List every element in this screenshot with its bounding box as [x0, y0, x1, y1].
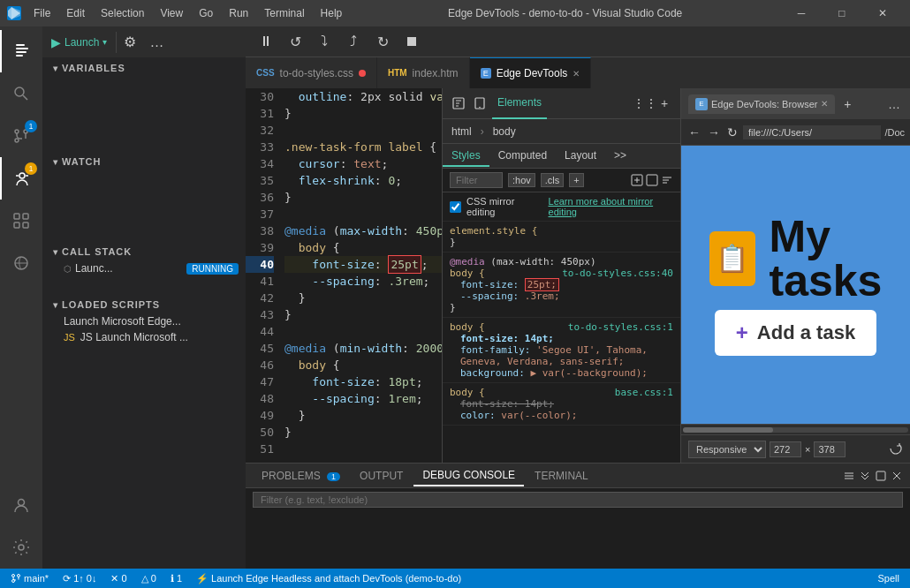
- devtools-device-btn[interactable]: [471, 94, 489, 112]
- styles-tab[interactable]: Styles: [443, 146, 489, 167]
- html-breadcrumb[interactable]: html: [443, 122, 481, 141]
- tab-close-icon[interactable]: ✕: [573, 69, 580, 79]
- stop-btn[interactable]: ⏹: [398, 26, 425, 57]
- close-panel-icon[interactable]: [891, 470, 903, 482]
- status-spell[interactable]: Spell: [875, 573, 903, 584]
- loaded-scripts-header[interactable]: ▾ LOADED SCRIPTS: [42, 294, 246, 313]
- debug-filter-input[interactable]: [253, 492, 903, 508]
- menu-selection[interactable]: Selection: [94, 5, 151, 21]
- status-warnings[interactable]: △ 0: [138, 573, 160, 584]
- layout-tab[interactable]: Layout: [556, 146, 605, 167]
- menu-help[interactable]: Help: [314, 5, 350, 21]
- tab-html[interactable]: HTM index.htm: [377, 57, 470, 88]
- refresh-btn[interactable]: ↻: [725, 124, 739, 141]
- step-into-btn[interactable]: ⤵: [311, 26, 337, 57]
- tab-output[interactable]: OUTPUT: [351, 466, 412, 486]
- styles-icon-2[interactable]: [646, 174, 658, 186]
- maximize-panel-icon[interactable]: [875, 470, 887, 482]
- activity-scm[interactable]: 1: [0, 115, 42, 157]
- activity-account[interactable]: [0, 484, 42, 526]
- css-link-base[interactable]: base.css:1: [615, 387, 673, 398]
- debug-more-btn[interactable]: …: [143, 26, 170, 57]
- pause-btn[interactable]: ⏸: [253, 26, 279, 57]
- devtools-inspect-btn[interactable]: [450, 94, 467, 112]
- class-btn[interactable]: .cls: [541, 173, 565, 187]
- css-link-media[interactable]: to-do-styles.css:40: [562, 268, 673, 279]
- menu-bar[interactable]: File Edit Selection View Go Run Terminal…: [27, 5, 349, 21]
- url-bar[interactable]: [743, 125, 881, 139]
- menu-go[interactable]: Go: [192, 5, 220, 21]
- watch-header[interactable]: ▾ WATCH: [42, 151, 246, 170]
- collapse-icon[interactable]: [859, 470, 871, 482]
- status-branch[interactable]: main*: [7, 573, 52, 584]
- tab-problems[interactable]: PROBLEMS 1: [253, 466, 349, 486]
- browser-scrollbar[interactable]: [681, 424, 910, 434]
- script-item-0[interactable]: Launch Microsoft Edge...: [42, 313, 246, 329]
- add-class-btn[interactable]: +: [569, 173, 583, 187]
- computed-tab[interactable]: Computed: [489, 146, 556, 167]
- minimize-button[interactable]: ─: [781, 0, 822, 26]
- hover-state-btn[interactable]: :hov: [508, 173, 535, 187]
- browser-more-btn[interactable]: …: [885, 95, 903, 113]
- window-controls[interactable]: ─ □ ✕: [781, 0, 903, 26]
- activity-search[interactable]: [0, 72, 42, 115]
- learn-more-link[interactable]: Learn more about mirror editing: [549, 196, 673, 217]
- callstack-header[interactable]: ▾ CALL STACK: [42, 241, 246, 260]
- activity-edge[interactable]: [0, 242, 42, 284]
- new-tab-btn[interactable]: +: [838, 95, 856, 113]
- devtools-more-btn[interactable]: ⋮⋮: [636, 94, 654, 112]
- responsive-select[interactable]: Responsive: [688, 441, 766, 458]
- callstack-item[interactable]: ⬡ Launc... RUNNING: [42, 260, 246, 276]
- tab-debug-console[interactable]: DEBUG CONSOLE: [413, 465, 524, 486]
- back-btn[interactable]: ←: [686, 124, 702, 141]
- list-view-icon[interactable]: [843, 470, 855, 482]
- tab-terminal[interactable]: TERMINAL: [526, 466, 597, 486]
- styles-icon-3[interactable]: [661, 174, 673, 186]
- step-over-btn[interactable]: ↺: [282, 26, 308, 57]
- menu-edit[interactable]: Edit: [59, 5, 92, 21]
- restart-btn[interactable]: ↻: [369, 26, 396, 57]
- forward-btn[interactable]: →: [706, 124, 722, 141]
- tab-css[interactable]: CSS to-do-styles.css: [246, 57, 377, 88]
- launch-dropdown-icon[interactable]: ▾: [102, 37, 107, 47]
- debug-controls[interactable]: ⏸ ↺ ⤵ ⤴ ↻ ⏹: [253, 26, 425, 57]
- menu-view[interactable]: View: [153, 5, 190, 21]
- activity-extensions[interactable]: [0, 200, 42, 242]
- elements-tab[interactable]: Elements: [492, 88, 547, 119]
- debug-settings-btn[interactable]: ⚙: [117, 26, 143, 57]
- body-breadcrumb[interactable]: body: [484, 122, 525, 141]
- variables-header[interactable]: ▾ VARIABLES: [42, 57, 246, 77]
- rotate-btn[interactable]: [889, 441, 903, 457]
- styles-filter-input[interactable]: [450, 172, 503, 188]
- width-input[interactable]: [770, 441, 801, 457]
- launch-button[interactable]: ▶ Launch ▾: [42, 32, 117, 53]
- menu-terminal[interactable]: Terminal: [257, 5, 311, 21]
- scrollbar-thumb[interactable]: [683, 427, 773, 433]
- styles-more-tab[interactable]: >>: [605, 146, 635, 167]
- code-editor: 30 31 32 33 34 35 36 37 38 39 40 41 42 4…: [246, 88, 442, 463]
- step-out-btn[interactable]: ⤴: [340, 26, 367, 57]
- status-launch[interactable]: ⚡ Launch Edge Headless and attach DevToo…: [193, 573, 465, 584]
- styles-icon-1[interactable]: [631, 174, 643, 186]
- browser-tab-close[interactable]: ✕: [821, 99, 828, 109]
- maximize-button[interactable]: □: [822, 0, 862, 26]
- code-content[interactable]: outline: 2px solid var(- } .new-task-for…: [281, 88, 442, 463]
- activity-explorer[interactable]: [0, 30, 42, 72]
- status-sync[interactable]: ⟳ 1↑ 0↓: [59, 573, 100, 584]
- menu-run[interactable]: Run: [222, 5, 255, 21]
- script-item-1[interactable]: JS JS Launch Microsoft ...: [42, 329, 246, 345]
- add-task-button[interactable]: + Add a task: [715, 310, 876, 356]
- css-mirror-checkbox[interactable]: [450, 201, 461, 213]
- status-info[interactable]: ℹ 1: [167, 573, 186, 584]
- activity-settings[interactable]: [0, 526, 42, 569]
- status-errors[interactable]: ✕ 0: [107, 573, 130, 584]
- activity-debug[interactable]: 1: [0, 157, 42, 200]
- devtools-add-btn[interactable]: +: [656, 94, 673, 112]
- height-input[interactable]: [814, 441, 846, 457]
- menu-file[interactable]: File: [27, 5, 57, 21]
- browser-tab[interactable]: E Edge DevTools: Browser ✕: [688, 94, 835, 114]
- css-link-body1[interactable]: to-do-styles.css:1: [568, 321, 673, 333]
- tab-devtools[interactable]: E Edge DevTools ✕: [470, 57, 592, 88]
- close-button[interactable]: ✕: [862, 0, 903, 26]
- branch-name: main*: [24, 573, 49, 584]
